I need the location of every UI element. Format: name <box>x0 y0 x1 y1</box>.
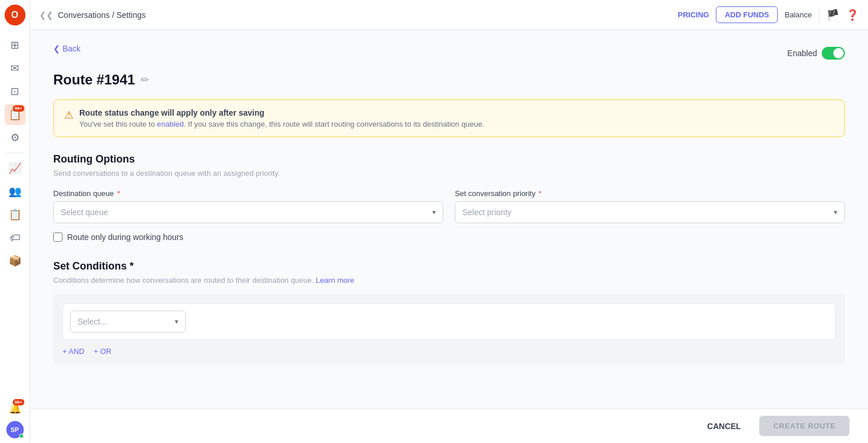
and-or-row: + AND + OR <box>62 347 836 356</box>
and-button[interactable]: + AND <box>62 347 84 356</box>
working-hours-label: Route only during working hours <box>67 232 183 242</box>
condition-row: Select... ▾ <box>62 303 836 340</box>
balance-label: Balance <box>785 10 812 19</box>
sidebar-bottom: 🔔 99+ SP <box>5 398 25 438</box>
destination-queue-label: Destination queue * <box>53 189 443 198</box>
edit-icon[interactable]: ✏ <box>141 73 149 86</box>
routing-options-title: Routing Options <box>53 153 845 165</box>
breadcrumb: Conversations / Settings <box>58 10 146 20</box>
main-container: ❮❮ Conversations / Settings PRICING ADD … <box>30 0 868 443</box>
back-chevron-icon: ❮ <box>53 44 60 53</box>
online-indicator <box>19 434 24 438</box>
cancel-button[interactable]: CANCEL <box>698 417 750 435</box>
alert-title: Route status change will apply only afte… <box>79 108 484 117</box>
add-funds-button[interactable]: ADD FUNDS <box>716 6 778 23</box>
notification-badge: 99+ <box>13 399 24 405</box>
working-hours-row: Route only during working hours <box>53 232 845 242</box>
sidebar-item-team[interactable]: 👥 <box>5 181 25 202</box>
alert-content: Route status change will apply only afte… <box>79 108 484 128</box>
conditions-box: Select... ▾ + AND + OR <box>53 294 845 365</box>
destination-queue-select-wrapper[interactable]: Select queue ▾ <box>53 201 443 223</box>
conditions-title: Set Conditions * <box>53 260 845 272</box>
collapse-icon[interactable]: ❮❮ <box>39 10 53 20</box>
destination-queue-group: Destination queue * Select queue ▾ <box>53 189 443 223</box>
pricing-link[interactable]: PRICING <box>678 10 709 19</box>
sidebar-notifications[interactable]: 🔔 99+ <box>5 398 25 419</box>
condition-select-wrapper[interactable]: Select... ▾ <box>70 311 186 333</box>
app-logo[interactable]: O <box>5 5 25 25</box>
sidebar-item-products[interactable]: 📦 <box>5 250 25 271</box>
form-row: Destination queue * Select queue ▾ Set c… <box>53 189 845 223</box>
required-star: * <box>117 189 120 198</box>
back-enabled-row: ❮ Back Enabled <box>53 44 845 62</box>
alert-description: You've set this route to enabled. If you… <box>79 120 484 128</box>
content-area: ❮ Back Enabled Route #1941 ✏ ⚠ Route sta… <box>30 30 868 408</box>
back-link[interactable]: ❮ Back <box>53 44 80 53</box>
priority-select-wrapper[interactable]: Select priority ▾ <box>455 201 845 223</box>
topbar-divider <box>819 8 819 22</box>
sidebar-item-dashboard[interactable]: ⊞ <box>5 35 25 56</box>
priority-select[interactable]: Select priority <box>455 202 844 223</box>
conditions-desc: Conditions determine how conversations a… <box>53 276 845 285</box>
help-icon[interactable]: ❓ <box>846 9 859 21</box>
conditions-section: Set Conditions * Conditions determine ho… <box>53 260 845 365</box>
alert-warning-icon: ⚠ <box>64 109 73 121</box>
sidebar-item-tags[interactable]: 🏷 <box>5 227 25 248</box>
sidebar: O ⊞ ✉ ⊡ 📋 99+ ⚙ 📈 👥 📋 🏷 📦 🔔 99+ SP <box>0 0 30 443</box>
or-button[interactable]: + OR <box>94 347 112 356</box>
priority-group: Set conversation priority * Select prior… <box>455 189 845 223</box>
route-title-row: Route #1941 ✏ <box>53 72 845 88</box>
create-route-button[interactable]: CREATE ROUTE <box>759 416 849 436</box>
learn-more-link[interactable]: Learn more <box>316 276 354 285</box>
reports-badge: 99+ <box>13 105 24 112</box>
enabled-toggle[interactable] <box>822 47 845 60</box>
alert-banner: ⚠ Route status change will apply only af… <box>53 99 845 137</box>
user-avatar[interactable]: SP <box>6 421 24 438</box>
priority-required-star: * <box>539 189 542 198</box>
sidebar-item-reports[interactable]: 📋 99+ <box>5 104 25 125</box>
bottom-bar: CANCEL CREATE ROUTE <box>30 408 868 443</box>
sidebar-item-settings[interactable]: ⚙ <box>5 127 25 148</box>
priority-label: Set conversation priority * <box>455 189 845 198</box>
sidebar-item-contacts[interactable]: ⊡ <box>5 81 25 102</box>
topbar: ❮❮ Conversations / Settings PRICING ADD … <box>30 0 868 30</box>
destination-queue-select[interactable]: Select queue <box>54 202 443 223</box>
route-title: Route #1941 <box>53 72 135 88</box>
sidebar-item-messages[interactable]: ✉ <box>5 58 25 79</box>
sidebar-item-list[interactable]: 📋 <box>5 204 25 225</box>
enabled-label: Enabled <box>788 49 817 58</box>
enabled-row: Enabled <box>788 47 845 60</box>
routing-options-desc: Send conversations to a destination queu… <box>53 169 845 178</box>
condition-select[interactable]: Select... <box>71 311 185 332</box>
topbar-right: PRICING ADD FUNDS Balance 🏴 ❓ <box>678 6 859 23</box>
flag-icon[interactable]: 🏴 <box>826 9 839 21</box>
working-hours-checkbox[interactable] <box>53 232 62 242</box>
sidebar-divider <box>6 153 24 153</box>
sidebar-item-analytics[interactable]: 📈 <box>5 158 25 179</box>
